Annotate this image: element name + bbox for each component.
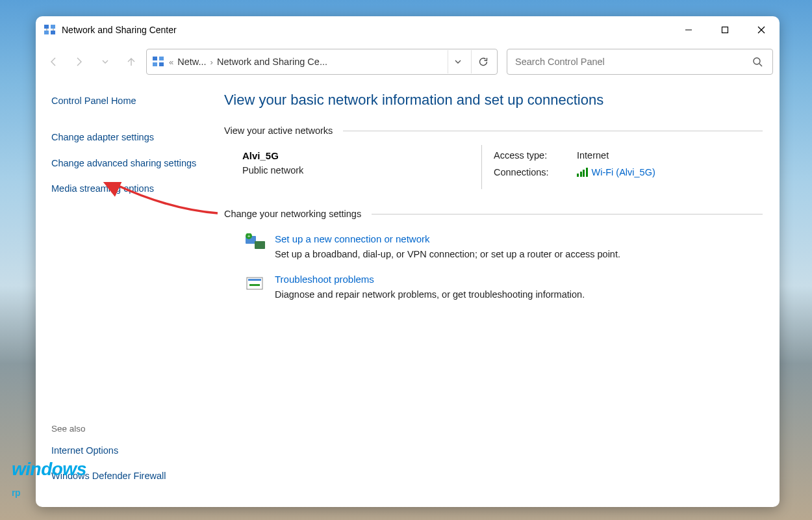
- connection-link[interactable]: Wi-Fi (Alvi_5G): [577, 167, 655, 177]
- sidebar-link-internet-options[interactable]: Internet Options: [51, 444, 211, 458]
- active-network-block: Alvi_5G Public network Access type: Inte…: [242, 150, 763, 184]
- search-box[interactable]: [507, 49, 773, 75]
- troubleshoot-item: Troubleshoot problems Diagnose and repai…: [242, 274, 763, 300]
- window-title: Network and Sharing Center: [62, 25, 177, 35]
- search-button[interactable]: [748, 50, 767, 73]
- address-icon: [152, 55, 165, 68]
- nav-recent-button[interactable]: [94, 51, 116, 73]
- see-also-label: See also: [51, 424, 211, 434]
- watermark: windows rp: [12, 459, 86, 500]
- address-bar[interactable]: « Netw... › Network and Sharing Ce...: [146, 49, 498, 75]
- svg-rect-7: [722, 27, 728, 33]
- section-active-label: View your active networks: [224, 125, 333, 136]
- chevron-right-icon: ›: [210, 57, 213, 67]
- window: Network and Sharing Center: [36, 16, 780, 507]
- section-active-networks: View your active networks: [224, 125, 763, 136]
- minimize-button[interactable]: [670, 16, 707, 44]
- svg-rect-17: [255, 241, 265, 249]
- setup-connection-item: + Set up a new connection or network Set…: [242, 233, 763, 259]
- network-type: Public network: [242, 165, 470, 176]
- setup-connection-desc: Set up a broadband, dial-up, or VPN conn…: [275, 249, 620, 259]
- section-change-label: Change your networking settings: [224, 209, 361, 219]
- wifi-signal-icon: [577, 168, 588, 177]
- close-button[interactable]: [743, 16, 780, 44]
- network-info: Alvi_5G Public network: [242, 150, 470, 184]
- sidebar-home-link[interactable]: Control Panel Home: [51, 94, 211, 109]
- divider: [372, 214, 763, 214]
- network-details: Access type: Internet Connections: Wi-Fi…: [494, 150, 655, 184]
- main-panel: View your basic network information and …: [224, 80, 780, 507]
- toolbar: « Netw... › Network and Sharing Ce...: [36, 44, 780, 80]
- sidebar-link-adapter[interactable]: Change adapter settings: [51, 131, 211, 145]
- watermark-text: windows: [12, 459, 86, 479]
- access-type-value: Internet: [577, 150, 609, 161]
- divider: [343, 131, 763, 131]
- vertical-divider: [481, 145, 482, 189]
- troubleshoot-desc: Diagnose and repair network problems, or…: [275, 289, 585, 300]
- svg-point-14: [754, 58, 760, 64]
- page-heading: View your basic network information and …: [224, 92, 763, 109]
- svg-rect-3: [51, 31, 55, 34]
- access-type-label: Access type:: [494, 150, 577, 161]
- nav-forward-button[interactable]: [68, 51, 90, 73]
- search-input[interactable]: [515, 57, 748, 67]
- app-icon: [44, 23, 57, 36]
- svg-rect-21: [248, 279, 261, 281]
- svg-rect-0: [44, 25, 49, 29]
- troubleshoot-link[interactable]: Troubleshoot problems: [275, 274, 374, 285]
- connection-name: Wi-Fi (Alvi_5G): [592, 167, 655, 177]
- nav-back-button[interactable]: [42, 51, 64, 73]
- setup-connection-link[interactable]: Set up a new connection or network: [275, 233, 429, 244]
- section-change-settings: Change your networking settings: [224, 209, 763, 219]
- svg-rect-22: [249, 284, 260, 286]
- svg-rect-13: [159, 62, 164, 66]
- network-name: Alvi_5G: [242, 150, 470, 161]
- sidebar-link-media-streaming[interactable]: Media streaming options: [51, 182, 211, 196]
- svg-line-15: [759, 64, 762, 66]
- nav-up-button[interactable]: [120, 51, 142, 73]
- svg-rect-11: [159, 57, 164, 60]
- setup-connection-icon: +: [242, 233, 270, 257]
- svg-rect-10: [153, 57, 157, 60]
- refresh-button[interactable]: [471, 50, 494, 73]
- watermark-sub: rp: [12, 488, 20, 498]
- chevron-left-icon: «: [169, 57, 173, 67]
- troubleshoot-icon: [242, 274, 270, 297]
- maximize-button[interactable]: [707, 16, 743, 44]
- titlebar: Network and Sharing Center: [36, 16, 780, 44]
- svg-text:+: +: [247, 233, 251, 239]
- svg-rect-2: [44, 31, 49, 34]
- address-dropdown-button[interactable]: [448, 50, 467, 73]
- connections-label: Connections:: [494, 167, 577, 177]
- breadcrumb-seg-1[interactable]: Netw...: [177, 57, 206, 67]
- sidebar-link-advanced-sharing[interactable]: Change advanced sharing settings: [51, 157, 211, 171]
- breadcrumb-seg-2[interactable]: Network and Sharing Ce...: [217, 57, 327, 67]
- svg-rect-1: [51, 25, 55, 29]
- svg-rect-12: [153, 62, 157, 66]
- sidebar: Control Panel Home Change adapter settin…: [36, 80, 224, 507]
- content: Control Panel Home Change adapter settin…: [36, 80, 780, 507]
